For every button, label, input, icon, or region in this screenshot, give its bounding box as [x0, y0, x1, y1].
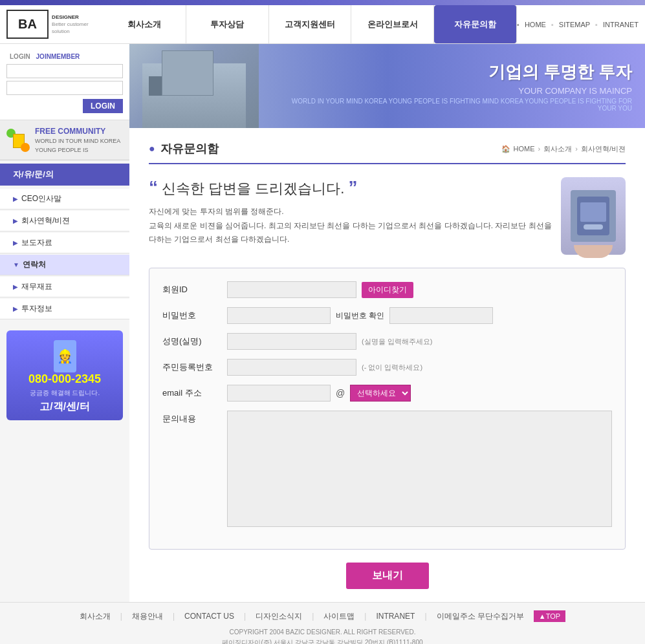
- at-sign: @: [336, 388, 345, 398]
- confirm-label: 비밀번호 확인: [336, 310, 384, 321]
- community-orange-dot: [21, 143, 30, 152]
- password-input-field[interactable]: [227, 307, 331, 324]
- sidebar-arrow-financial: ▶: [13, 283, 18, 290]
- bc-arrow1: ›: [538, 145, 541, 153]
- nav-online[interactable]: 온라인브로서: [351, 5, 434, 43]
- resident-field: (- 없이 입력하세요): [227, 359, 612, 376]
- login-label: LOGIN: [10, 53, 30, 60]
- footer-company[interactable]: 회사소개: [80, 611, 111, 622]
- name-field: (실명을 입력해주세요): [227, 333, 612, 350]
- content-label: 문의내용: [162, 413, 227, 425]
- login-button[interactable]: LOGIN: [83, 99, 123, 113]
- footer-sep6: |: [424, 612, 426, 621]
- footer-sep4: |: [312, 612, 314, 621]
- community-icon: [6, 129, 30, 152]
- sidebar-ceo-label: CEO인사말: [21, 193, 61, 204]
- login-box: LOGIN JOINMEMBER LOGIN: [0, 44, 129, 120]
- sidebar-item-ceo[interactable]: ▶ CEO인사말: [0, 189, 129, 209]
- bc-home-icon: 🏠: [501, 145, 510, 153]
- footer-sep1: |: [120, 612, 122, 621]
- footer-sep2: |: [173, 612, 175, 621]
- sidebar-item-financial[interactable]: ▶ 재무재표: [0, 277, 129, 297]
- page-content: ● 자유문의함 🏠 HOME › 회사소개 › 회사연혁/비젼 “ 신속: [129, 128, 645, 602]
- resident-input[interactable]: [227, 359, 356, 376]
- sidebar-item-investment[interactable]: ▶ 투자정보: [0, 299, 129, 319]
- sidebar-arrow-ceo: ▶: [13, 195, 18, 202]
- email-domain-select[interactable]: 선택하세요 naver.com daum.net gmail.com yahoo…: [350, 385, 411, 402]
- header: BA DESIGNER Better customer solution 회사소…: [0, 5, 645, 44]
- nav-home-link[interactable]: HOME: [525, 21, 546, 28]
- sidebar-section-title: 자/유/문/의: [0, 164, 129, 186]
- footer-email-opt-out[interactable]: 이메일주소 무단수집거부: [437, 611, 524, 622]
- submit-button[interactable]: 보내기: [346, 563, 429, 589]
- sidebar-item-press[interactable]: ▶ 보도자료: [0, 233, 129, 253]
- join-member-label[interactable]: JOINMEMBER: [36, 53, 80, 60]
- footer-contact[interactable]: CONTACT US: [184, 612, 234, 621]
- banner: 기업의 투명한 투자 YOUR COMPANY IS MAINCP WORLD …: [129, 44, 645, 128]
- bc-home[interactable]: HOME: [514, 145, 535, 153]
- email-local-input[interactable]: [227, 385, 331, 402]
- page-bullet: ●: [149, 143, 155, 155]
- footer-sitemap[interactable]: 사이트맵: [323, 611, 355, 622]
- quote-desc2: 교육의 새로운 비젼을 심어줍니다. 최고의 자리보단 최선을 다하는 기업으로…: [149, 219, 561, 247]
- nav-sep1: ▪: [551, 21, 554, 28]
- footer-design[interactable]: 디자인소식지: [256, 611, 302, 622]
- name-label: 성명(실명): [162, 336, 227, 347]
- banner-small-text: WORLD IN YOUR MIND KOREA YOUNG PEOPLE IS…: [272, 98, 632, 112]
- logo-text: DESIGNER Better customer solution: [52, 14, 104, 36]
- confirm-input-field[interactable]: [389, 307, 493, 324]
- customer-center-box: 👷 080-000-2345 궁금증 해결해 드립니다. 고/객/센/터: [6, 330, 123, 420]
- bc-level1[interactable]: 회사소개: [543, 144, 572, 154]
- contact-form: 회원ID 아이디찾기 비밀번호 비밀번호 확인: [149, 268, 626, 550]
- username-input[interactable]: [6, 64, 123, 78]
- nav-support[interactable]: 고객지원센터: [269, 5, 352, 43]
- password-label: 비밀번호: [162, 310, 227, 321]
- footer-recruit[interactable]: 채용안내: [132, 611, 163, 622]
- logo-designer: DESIGNER: [52, 14, 104, 21]
- form-row-content: 문의내용: [162, 411, 612, 527]
- sidebar-financial-label: 재무재표: [21, 281, 52, 292]
- bc-level2[interactable]: 회사연혁/비젼: [581, 144, 626, 154]
- customer-icon-area: 👷: [13, 340, 116, 372]
- resident-hint: (- 없이 입력하세요): [362, 363, 422, 372]
- sidebar-item-contact[interactable]: ▼ 연락처: [0, 255, 129, 275]
- logo-area: BA DESIGNER Better customer solution: [0, 10, 104, 39]
- member-id-field: 아이디찾기: [227, 281, 612, 298]
- nav-invest[interactable]: 투자상담: [186, 5, 269, 43]
- main-layout: LOGIN JOINMEMBER LOGIN FREE COMMUNITY WO…: [0, 44, 645, 602]
- email-label: email 주소: [162, 387, 227, 399]
- form-row-password: 비밀번호 비밀번호 확인: [162, 307, 612, 324]
- community-title: FREE COMMUNITY: [35, 125, 120, 137]
- sidebar-arrow-investment: ▶: [13, 305, 18, 312]
- banner-building: [129, 44, 259, 128]
- member-id-input[interactable]: [227, 281, 356, 298]
- sidebar-item-history[interactable]: ▶ 회사연혁/비젼: [0, 211, 129, 231]
- content-field: [227, 411, 612, 527]
- password-input[interactable]: [6, 81, 123, 95]
- resident-label: 주민등록번호: [162, 361, 227, 373]
- footer-links: 회사소개 | 채용안내 | CONTACT US | 디자인소식지 | 사이트맵…: [13, 610, 632, 622]
- phone-image: [561, 177, 626, 255]
- form-row-resident: 주민등록번호 (- 없이 입력하세요): [162, 359, 612, 376]
- footer-copyright: COPYRIGHT 2004 BAZIC DESIGNER. ALL RIGHT…: [13, 627, 632, 638]
- nav-inquiry[interactable]: 자유문의함: [434, 5, 517, 43]
- nav-sitemap-link[interactable]: SITEMAP: [559, 21, 590, 28]
- top-button[interactable]: ▲TOP: [534, 610, 565, 622]
- footer-intranet[interactable]: INTRANET: [376, 612, 415, 621]
- content-textarea[interactable]: [227, 411, 612, 527]
- find-id-button[interactable]: 아이디찾기: [362, 282, 413, 298]
- sidebar: LOGIN JOINMEMBER LOGIN FREE COMMUNITY WO…: [0, 44, 129, 602]
- quote-close: ”: [349, 177, 358, 197]
- main-nav: 회사소개 투자상담 고객지원센터 온라인브로서 자유문의함: [104, 5, 517, 43]
- sidebar-press-label: 보도자료: [21, 237, 52, 248]
- community-desc: WORLD IN TOUR MIND KOREAYOUNG PEOPLE IS: [35, 137, 120, 155]
- nav-company[interactable]: 회사소개: [104, 5, 186, 43]
- quote-text: “ 신속한 답변을 드리겠습니다. ” 자신에게 맞는 투자의 범위를 정해준다…: [149, 177, 561, 247]
- sidebar-investment-label: 투자정보: [21, 303, 52, 314]
- nav-intranet-link[interactable]: INTRANET: [603, 21, 639, 28]
- name-input[interactable]: [227, 333, 356, 350]
- customer-figure: 👷: [54, 340, 76, 372]
- customer-sub: 궁금증 해결해 드립니다.: [13, 389, 116, 398]
- logo-box[interactable]: BA: [6, 10, 49, 39]
- bc-arrow2: ›: [575, 145, 578, 153]
